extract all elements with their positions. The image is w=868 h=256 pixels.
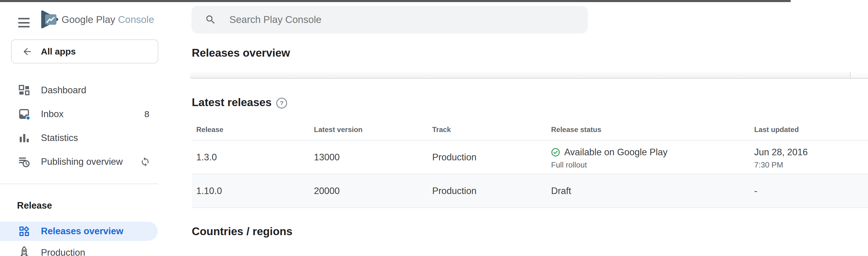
scrolled-table-edge-right <box>851 71 868 77</box>
last-updated-text: Jun 28, 2016 <box>754 147 808 158</box>
track-cell: Production <box>432 141 476 174</box>
all-apps-label: All apps <box>41 46 76 57</box>
help-icon[interactable]: ? <box>276 97 288 109</box>
last-updated-detail: 7:30 PM <box>754 160 808 169</box>
publishing-overview-icon <box>18 156 30 168</box>
release-status-cell: Available on Google Play Full rollout <box>551 141 668 174</box>
release-cell: 1.10.0 <box>196 174 222 208</box>
latest-version-cell: 13000 <box>314 141 340 174</box>
latest-releases-title: Latest releases <box>192 96 272 109</box>
sidebar-item-releases-overview[interactable]: Releases overview <box>0 222 158 241</box>
sidebar-item-label: Releases overview <box>41 222 123 241</box>
svg-text:?: ? <box>280 100 284 106</box>
sidebar-item-label: Inbox <box>41 105 64 124</box>
rocket-icon <box>18 246 30 256</box>
column-header-latest-version: Latest version <box>314 119 363 140</box>
check-circle-icon <box>551 148 560 157</box>
search-icon <box>205 14 216 25</box>
release-status-cell: Draft <box>551 174 571 208</box>
sidebar-item-label: Production <box>41 247 85 256</box>
sidebar-item-production[interactable]: Production <box>0 244 158 256</box>
track-cell: Production <box>432 174 476 208</box>
sidebar-item-publishing-overview[interactable]: Publishing overview <box>0 152 158 171</box>
brand-title-primary: Google Play <box>62 14 115 25</box>
brand-title-secondary: Console <box>118 14 154 25</box>
sidebar-item-inbox[interactable]: Inbox 8 <box>0 105 158 124</box>
sync-icon <box>140 157 150 167</box>
column-header-release: Release <box>196 119 223 140</box>
latest-releases-header: Latest releases ? <box>192 96 288 109</box>
statistics-icon <box>18 132 30 144</box>
sidebar-item-statistics[interactable]: Statistics <box>0 129 158 148</box>
table-row[interactable]: 1.10.0 20000 Production Draft - <box>192 174 868 208</box>
table-row[interactable]: 1.3.0 13000 Production Available on Goog… <box>192 141 868 174</box>
play-console-app: Google Play Console All apps Dashboard <box>0 0 868 256</box>
all-apps-button[interactable]: All apps <box>11 39 158 64</box>
sidebar-item-label: Publishing overview <box>41 152 123 171</box>
back-arrow-icon <box>22 46 33 57</box>
scrolled-table-edge <box>190 71 868 79</box>
releases-overview-icon <box>19 226 30 236</box>
google-play-logo-icon <box>40 10 59 29</box>
table-header-row: Release Latest version Track Release sta… <box>192 119 868 141</box>
search-bar[interactable] <box>191 6 588 33</box>
inbox-count-badge: 8 <box>144 109 149 119</box>
search-input[interactable] <box>229 14 588 26</box>
window-top-bar <box>0 0 790 2</box>
column-header-track: Track <box>432 119 451 140</box>
last-updated-cell: - <box>754 174 757 208</box>
page-title: Releases overview <box>192 47 290 59</box>
sidebar-item-label: Dashboard <box>41 81 86 100</box>
sidebar-item-dashboard[interactable]: Dashboard <box>0 81 158 100</box>
countries-regions-title: Countries / regions <box>192 225 292 238</box>
status-detail: Full rollout <box>551 160 668 169</box>
sidebar-section-release: Release <box>17 200 52 211</box>
inbox-icon <box>18 108 30 120</box>
latest-version-cell: 20000 <box>314 174 340 208</box>
dashboard-icon <box>18 84 30 96</box>
scrolled-table-column-divider <box>850 72 851 78</box>
menu-hamburger-icon[interactable] <box>18 18 30 28</box>
brand-wordmark: Google Play Console <box>62 13 154 26</box>
sidebar-divider <box>0 184 158 184</box>
latest-releases-table: Release Latest version Track Release sta… <box>192 119 868 208</box>
column-header-release-status: Release status <box>551 119 601 140</box>
sidebar-item-label: Statistics <box>41 129 78 148</box>
status-text: Available on Google Play <box>564 147 668 158</box>
column-header-last-updated: Last updated <box>754 119 799 140</box>
release-cell: 1.3.0 <box>196 141 217 174</box>
last-updated-cell: Jun 28, 2016 7:30 PM <box>754 141 808 174</box>
